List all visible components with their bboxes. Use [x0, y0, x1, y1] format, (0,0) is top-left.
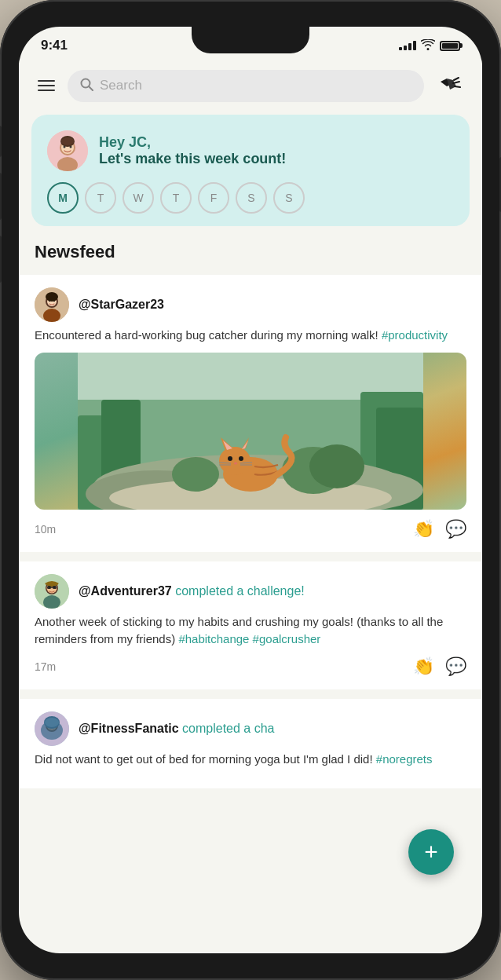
svg-point-19: [46, 292, 58, 302]
post-item: @FitnessFanatic completed a cha Did not …: [19, 699, 482, 789]
day-monday[interactable]: M: [47, 182, 79, 214]
svg-point-32: [172, 457, 219, 492]
post-action-label: completed a cha: [182, 722, 274, 735]
search-placeholder: Search: [100, 78, 142, 93]
post-avatar: [35, 574, 69, 609]
avatar: [47, 130, 88, 171]
post-body: Another week of sticking to my habits an…: [35, 613, 466, 649]
svg-point-12: [61, 137, 74, 145]
post-username: @FitnessFanatic: [79, 722, 179, 735]
volume-up-button: [0, 173, 2, 220]
phone-frame: 9:41: [0, 0, 501, 980]
greeting-line1: Hey JC,: [99, 134, 286, 151]
day-saturday[interactable]: S: [236, 182, 267, 214]
post-hashtag: #noregrets: [376, 752, 433, 766]
post-action-label: completed a challenge!: [175, 584, 305, 598]
day-thursday[interactable]: T: [160, 182, 192, 214]
greeting-line2: Let's make this week count!: [99, 151, 286, 167]
newsfeed-title: Newsfeed: [19, 242, 482, 275]
wifi-icon: [421, 39, 435, 53]
app-header: Search: [19, 60, 482, 115]
volume-down-button: [0, 236, 2, 283]
post-username: @StarGazer23: [79, 298, 164, 312]
day-friday[interactable]: F: [198, 182, 229, 214]
battery-icon: [440, 41, 460, 51]
day-wednesday[interactable]: W: [123, 182, 154, 214]
silent-switch: [0, 126, 2, 157]
notch: [192, 27, 309, 53]
post-avatar: [35, 287, 69, 322]
fab-add-button[interactable]: +: [408, 829, 454, 875]
post-time: 10m: [35, 523, 56, 536]
greeting-card: Hey JC, Let's make this week count! M T …: [31, 115, 470, 226]
day-tuesday[interactable]: T: [85, 182, 116, 214]
hamburger-menu-button[interactable]: [35, 77, 58, 94]
svg-point-39: [228, 456, 232, 461]
post-username: @Adventurer37: [79, 584, 172, 598]
post-time: 17m: [35, 660, 56, 673]
notification-button[interactable]: [433, 69, 466, 102]
comment-button[interactable]: 💬: [445, 656, 466, 677]
day-sunday[interactable]: S: [273, 182, 305, 214]
svg-point-34: [219, 447, 251, 475]
svg-line-3: [455, 86, 460, 87]
post-item: @Adventurer37 completed a challenge! Ano…: [19, 561, 482, 689]
post-item: @StarGazer23 Encountered a hard-working …: [19, 275, 482, 552]
week-days: M T W T F S S: [47, 182, 454, 214]
svg-point-63: [45, 718, 59, 727]
phone-screen: 9:41: [19, 27, 482, 953]
svg-line-4: [454, 78, 459, 80]
post-body: Encountered a hard-working bug catcher d…: [35, 327, 466, 345]
main-content: Search: [19, 60, 482, 953]
post-body: Did not want to get out of bed for morni…: [35, 751, 466, 769]
post-image: [35, 353, 466, 510]
status-time: 9:41: [41, 38, 68, 53]
comment-button[interactable]: 💬: [445, 519, 466, 539]
signal-icon: [399, 41, 416, 50]
svg-line-1: [89, 86, 93, 90]
clap-button[interactable]: 👏: [413, 656, 434, 677]
search-bar[interactable]: Search: [68, 70, 424, 102]
svg-point-40: [239, 456, 243, 461]
svg-line-2: [453, 82, 459, 83]
svg-rect-53: [47, 586, 51, 589]
svg-point-41: [234, 462, 237, 464]
status-icons: [399, 39, 460, 53]
svg-point-31: [309, 444, 364, 488]
svg-rect-54: [53, 586, 57, 589]
post-hashtag: #habitchange #goalcrusher: [178, 632, 320, 645]
search-icon: [80, 78, 93, 94]
post-hashtag: #productivity: [382, 328, 448, 342]
post-avatar: [35, 711, 69, 746]
clap-button[interactable]: 👏: [413, 519, 434, 539]
